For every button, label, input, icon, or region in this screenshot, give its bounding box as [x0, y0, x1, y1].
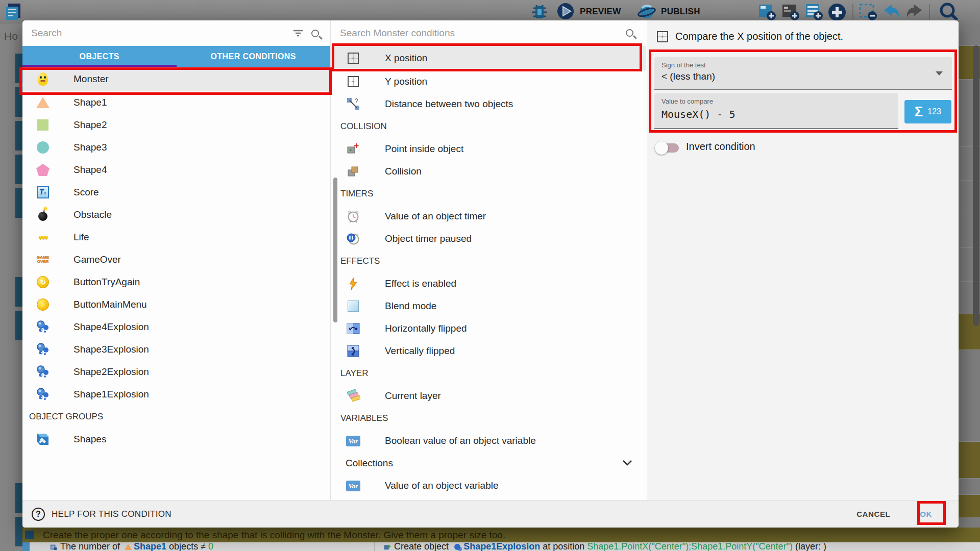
conditions-search-input[interactable]	[331, 28, 626, 39]
toolbar-divider	[852, 4, 853, 19]
add-comment-icon[interactable]	[781, 2, 800, 21]
position-grid-icon	[657, 31, 668, 42]
condition-row-point-inside-object[interactable]: Point inside object	[331, 138, 646, 160]
add-event-icon[interactable]	[757, 2, 777, 21]
object-row-shape3[interactable]: Shape3	[22, 136, 330, 159]
preview-button[interactable]: PREVIEW	[580, 7, 621, 17]
text-object-icon: Tx	[35, 185, 51, 200]
object-section-object-groups: OBJECT GROUPS	[22, 406, 330, 428]
object-group-icon	[35, 432, 51, 447]
condition-row-x-position[interactable]: X position	[331, 46, 646, 70]
object-row-shape4[interactable]: Shape4	[22, 159, 330, 181]
conditions-scrollbar[interactable]	[333, 178, 337, 322]
cancel-button[interactable]: CANCEL	[852, 505, 894, 523]
tab-objects[interactable]: OBJECTS	[22, 46, 177, 67]
background-scrollbar[interactable]	[973, 45, 979, 326]
condition-row-collections[interactable]: Collections	[331, 452, 646, 474]
publish-button[interactable]: PUBLISH	[661, 7, 700, 17]
condition-value: 0	[208, 542, 213, 551]
object-row-shape1[interactable]: Shape1	[22, 91, 330, 114]
monster-icon	[35, 71, 51, 87]
particle-emitter-icon	[35, 364, 51, 380]
variable-icon: Var	[346, 433, 361, 448]
horizontal-flip-icon	[346, 321, 361, 336]
condition-title: Compare the X position of the object.	[675, 31, 843, 42]
object-row-gameover[interactable]: GAMEOVERGameOver	[22, 248, 330, 271]
search-events-icon[interactable]	[938, 1, 960, 22]
add-subevent-icon[interactable]	[804, 2, 824, 21]
redo-icon[interactable]	[904, 2, 924, 21]
object-row-shape2[interactable]: Shape2	[22, 114, 330, 136]
undo-icon[interactable]	[882, 2, 901, 21]
sign-of-test-select[interactable]: Sign of the test < (less than)	[654, 57, 952, 90]
hearts-icon: ♥♥♥	[35, 230, 51, 245]
lightning-icon	[346, 276, 361, 291]
condition-section-variables: VARIABLES	[331, 407, 646, 430]
event-cell-divider	[374, 542, 375, 551]
blend-mode-icon	[346, 298, 361, 314]
conditions-panel: X positionY position?Distance between tw…	[331, 20, 646, 500]
condition-row-y-position[interactable]: Y position	[331, 70, 646, 93]
condition-row-value-of-an-object-variable[interactable]: VarValue of an object variable	[331, 474, 646, 497]
expression-editor-button[interactable]: Σ 123	[904, 100, 951, 123]
particle-emitter-icon	[35, 342, 51, 357]
condition-row-effect-is-enabled[interactable]: Effect is enabled	[331, 272, 646, 295]
action-object-name: Shape1Explosion	[463, 542, 540, 551]
toggle-knob	[655, 141, 668, 155]
preview-play-icon[interactable]	[556, 2, 575, 21]
condition-row-horizontally-flipped[interactable]: Horizontally flipped	[331, 317, 646, 340]
triangle-icon	[35, 95, 51, 110]
position-grid-icon	[346, 51, 361, 66]
object-row-buttontryagain[interactable]: ↻ButtonTryAgain	[22, 271, 330, 293]
background-left-strip: Ho	[0, 24, 22, 551]
condition-section-layer: LAYER	[331, 362, 646, 385]
condition-row-distance-between-two-objects[interactable]: ?Distance between two objects	[331, 93, 646, 115]
distance-icon: ?	[346, 96, 361, 112]
tab-other-conditions[interactable]: OTHER CONDITIONS	[177, 46, 331, 67]
vertical-flip-icon	[346, 343, 361, 359]
home-button-icon: ⌂	[35, 297, 51, 312]
add-circle-icon[interactable]	[827, 2, 847, 22]
object-row-shapes[interactable]: Shapes	[22, 428, 330, 450]
object-row-shape4explosion[interactable]: Shape4Explosion	[22, 316, 330, 338]
objects-search-input[interactable]	[22, 28, 293, 39]
gameover-icon: GAMEOVER	[35, 252, 51, 267]
remove-event-icon[interactable]	[859, 2, 878, 21]
home-tab-partial: Ho	[4, 30, 18, 42]
invert-condition-toggle[interactable]	[656, 143, 679, 153]
value-to-compare-input[interactable]: Value to compare MouseX() - 5	[654, 93, 898, 129]
object-row-obstacle[interactable]: Obstacle	[22, 204, 330, 226]
filter-icon[interactable]	[293, 29, 303, 37]
object-row-shape2explosion[interactable]: Shape2Explosion	[22, 361, 330, 383]
publish-globe-icon[interactable]	[637, 2, 656, 21]
condition-section-timers: TIMERS	[331, 183, 646, 205]
object-row-score[interactable]: TxScore	[22, 181, 330, 204]
condition-source-tabs: OBJECTS OTHER CONDITIONS	[22, 46, 330, 67]
condition-row-blend-mode[interactable]: Blend mode	[331, 295, 646, 317]
search-icon	[311, 30, 319, 37]
action-text-prefix: Create object	[394, 542, 451, 551]
help-link[interactable]: HELP FOR THIS CONDITION	[52, 509, 172, 519]
shape1-mini-icon	[125, 544, 132, 550]
debugger-icon[interactable]	[530, 2, 549, 21]
condition-row-value-of-an-object-timer[interactable]: Value of an object timer	[331, 205, 646, 228]
condition-row-collision[interactable]: Collision	[331, 160, 646, 183]
condition-row-boolean-value-of-an-object-variable[interactable]: VarBoolean value of an object variable	[331, 430, 646, 452]
condition-row-current-layer[interactable]: Current layer	[331, 385, 646, 407]
conditions-list: X positionY position?Distance between tw…	[331, 46, 646, 500]
object-row-shape1explosion[interactable]: Shape1Explosion	[22, 383, 330, 406]
object-row-life[interactable]: ♥♥♥Life	[22, 226, 330, 248]
condition-row-object-timer-paused[interactable]: Object timer paused	[331, 228, 646, 250]
particle-emitter-icon	[35, 319, 51, 335]
objects-list: MonsterShape1Shape2Shape3Shape4TxScoreOb…	[22, 67, 330, 500]
condition-section-collision: COLLISION	[331, 115, 646, 138]
project-manager-icon[interactable]	[4, 2, 23, 21]
condition-header: Compare the X position of the object.	[657, 31, 843, 42]
chevron-down-icon[interactable]	[622, 459, 632, 468]
ok-button[interactable]: OK	[915, 505, 937, 523]
help-icon: ?	[32, 508, 45, 521]
object-row-shape3explosion[interactable]: Shape3Explosion	[22, 338, 330, 361]
object-row-buttonmainmenu[interactable]: ⌂ButtonMainMenu	[22, 293, 330, 316]
condition-row-vertically-flipped[interactable]: Vertically flipped	[331, 340, 646, 362]
object-row-monster[interactable]: Monster	[22, 67, 330, 91]
